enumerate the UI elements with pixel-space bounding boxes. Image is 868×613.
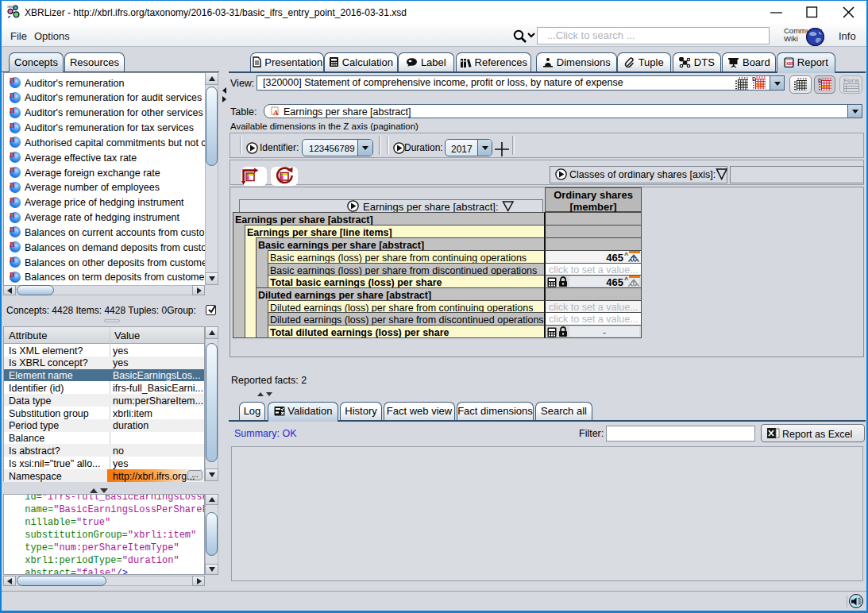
svg-text:D: D — [818, 78, 822, 83]
svg-text:XBRL: XBRL — [786, 62, 794, 66]
svg-text:A: A — [273, 109, 279, 117]
svg-text:D: D — [752, 76, 756, 82]
